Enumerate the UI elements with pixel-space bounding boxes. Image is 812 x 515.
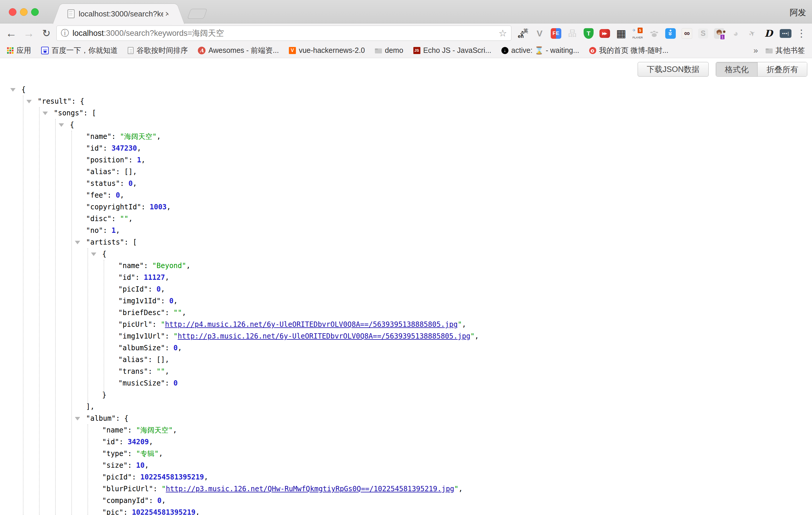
bookmarks-right: » 其他书签 (753, 46, 805, 55)
json-token: 0 (116, 191, 120, 199)
json-token: "briefDesc" (118, 309, 165, 317)
bookmark-weibo[interactable]: 我的首页 微博-随时... (589, 46, 668, 55)
minimize-window-button[interactable] (20, 8, 28, 16)
bookmark-apps[interactable]: 应用 (7, 46, 31, 55)
blue-download-extension-icon[interactable]: » (665, 28, 676, 39)
collapse-all-button[interactable]: 折叠所有 (757, 62, 807, 77)
json-token: : [], (116, 168, 137, 176)
tree-guide-line (39, 107, 40, 515)
profile-name[interactable]: 阿发 (790, 7, 806, 18)
json-token: : (161, 297, 169, 305)
qr-code-extension-icon[interactable]: ▦ (616, 28, 627, 39)
bookmark-echojs-label: Echo JS - JavaScri... (423, 46, 491, 55)
shield-t-extension-icon[interactable]: T (584, 28, 593, 39)
fast-forward-extension-icon[interactable]: ▶▶ (600, 29, 610, 38)
sitemap-extension-icon[interactable]: 品 (567, 28, 578, 39)
json-line: ], (0, 401, 812, 412)
active-tab[interactable]: localhost:3000/search?keywor × (63, 3, 174, 24)
bookmark-active[interactable]: ↓active: ⌛ - waiting... (501, 46, 579, 55)
address-bar[interactable]: ⓘ localhost:3000/search?keywords=海阔天空 ☆ (56, 26, 512, 41)
json-token: , (182, 309, 186, 317)
collapse-triangle-icon[interactable] (75, 241, 80, 244)
paw-extension-icon[interactable] (649, 28, 659, 39)
json-token: : (153, 485, 162, 493)
page-info-icon[interactable]: ⓘ (61, 28, 69, 39)
vue-devtools-extension-icon[interactable]: V (534, 28, 545, 39)
json-line: "companyId": 0, (0, 495, 812, 507)
collapse-triangle-icon[interactable] (10, 88, 16, 92)
tree-guide-line (87, 424, 88, 515)
json-token: , (196, 508, 200, 515)
json-token: "disc" (86, 214, 112, 223)
collapse-triangle-icon[interactable] (91, 253, 96, 256)
extensions-area: en英VFE品T▶▶▦5PLAYER»∞S1◕✈D•••| (518, 24, 791, 43)
collapse-triangle-icon[interactable] (26, 100, 32, 103)
collapse-triangle-icon[interactable] (75, 417, 80, 421)
zoom-window-button[interactable] (31, 8, 39, 16)
json-token: "id" (86, 144, 103, 152)
back-button-icon[interactable]: ← (3, 26, 19, 41)
new-tab-button[interactable] (187, 9, 207, 19)
url-host: localhost (72, 29, 104, 37)
reload-button-icon[interactable]: ↻ (39, 26, 54, 41)
json-line: "img1v1Url": "http://p3.music.126.net/6y… (0, 330, 812, 342)
json-link[interactable]: http://p4.music.126.net/6y-UleORITEDbvrO… (165, 320, 458, 328)
json-token: 1 (112, 226, 116, 235)
download-json-button[interactable]: 下载JSON数据 (638, 62, 709, 77)
json-token: : (148, 285, 156, 293)
weibo-gray-extension-icon[interactable]: ◕ (730, 28, 741, 39)
tampermonkey-extension-icon[interactable]: 1 (714, 28, 725, 39)
json-token: "img1v1Id" (118, 297, 161, 305)
mask-extension-icon[interactable]: ∞ (682, 28, 692, 39)
translate-extension-icon[interactable]: en英 (518, 28, 528, 39)
json-line: "size": 10, (0, 459, 812, 471)
json-token: "picUrl" (118, 320, 152, 328)
fast-forward-extension-icon-glyph: ▶▶ (602, 31, 607, 35)
json-token: "id" (102, 438, 119, 446)
other-bookmarks-folder[interactable]: 其他书签 (765, 46, 805, 55)
json-token: : (119, 438, 128, 446)
json-line: "id": 347230, (0, 142, 812, 154)
s-extension-icon-glyph: S (701, 30, 706, 37)
bookmark-weibo-label: 我的首页 微博-随时... (599, 46, 668, 55)
bookmark-star-icon[interactable]: ☆ (498, 28, 507, 39)
d-extension-icon[interactable]: D (763, 28, 774, 39)
url-text[interactable]: localhost:3000/search?keywords=海阔天空 (72, 28, 495, 38)
json-token: "picId" (102, 473, 132, 481)
collapse-triangle-icon[interactable] (59, 123, 64, 127)
format-button[interactable]: 格式化 (716, 62, 757, 77)
bird-extension-icon[interactable]: ✈ (747, 28, 757, 39)
tampermonkey-extension-icon-badge: 1 (720, 34, 725, 40)
bookmark-echojs[interactable]: JSEcho JS - JavaScri... (413, 46, 491, 55)
json-link[interactable]: http://p3.music.126.net/6y-UleORITEDbvrO… (178, 332, 470, 340)
bookmark-awesomes[interactable]: AAwesomes - 前端资... (198, 46, 279, 55)
bookmark-baidu[interactable]: 百度一下，你就知道 (41, 46, 118, 55)
s-extension-icon[interactable]: S (698, 28, 708, 38)
bookmark-vue-hackernews[interactable]: Vvue-hackernews-2.0 (289, 46, 365, 55)
json-line: { (0, 119, 812, 131)
fe-extension-icon-glyph: FE (552, 31, 559, 36)
json-token: "Beyond" (152, 262, 186, 270)
json-link[interactable]: http://p3.music.126.net/QHw-RuMwfQkmgtiy… (166, 485, 455, 493)
browser-menu-icon[interactable]: ⋮ (795, 26, 808, 41)
bookmark-demo[interactable]: demo (375, 46, 403, 55)
bookmarks-bar: 应用百度一下，你就知道谷歌按时间排序AAwesomes - 前端资...Vvue… (0, 43, 812, 58)
close-window-button[interactable] (9, 8, 17, 16)
json-token: "trans" (118, 367, 148, 375)
fe-extension-icon[interactable]: FE (551, 28, 561, 39)
translate-extension-icon-sub: 英 (523, 28, 528, 34)
collapse-triangle-icon[interactable] (42, 112, 48, 115)
password-extension-icon[interactable]: •••| (780, 29, 791, 38)
bookmarks-overflow-icon[interactable]: » (753, 46, 758, 55)
json-line: "disc": "", (0, 213, 812, 225)
json-token: 11127 (144, 274, 165, 282)
json-line: "result": { (0, 95, 812, 107)
bookmark-google-sort[interactable]: 谷歌按时间排序 (128, 46, 188, 55)
html5-player-extension-icon[interactable]: 5PLAYER (632, 28, 643, 39)
tree-guide-line (87, 248, 88, 404)
folder-icon (765, 49, 773, 53)
json-token: , (475, 332, 479, 340)
json-token: : (132, 473, 140, 481)
tab-close-icon[interactable]: × (163, 9, 172, 18)
bookmark-vue-hackernews-label: vue-hackernews-2.0 (299, 46, 365, 55)
